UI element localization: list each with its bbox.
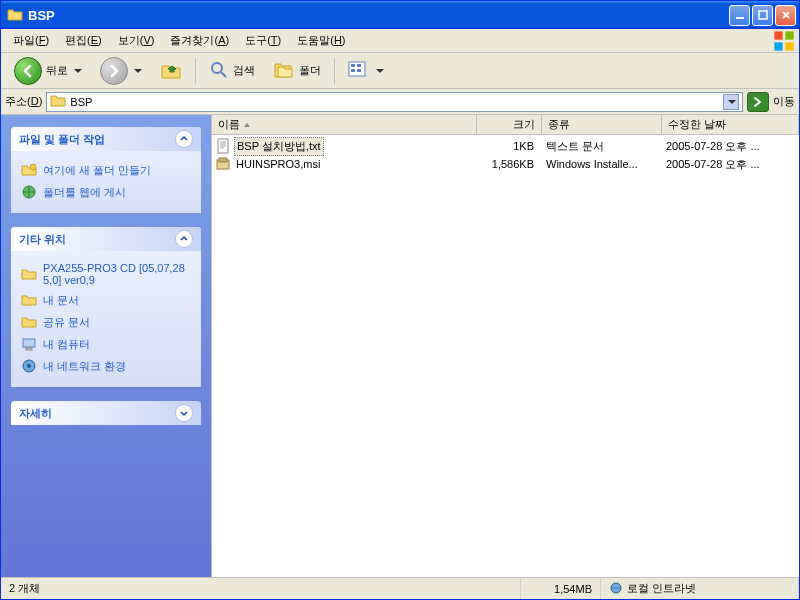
file-date: 2005-07-28 오후 ...: [660, 139, 760, 154]
place-link-mydocs[interactable]: 내 문서: [21, 289, 191, 311]
file-name: HUINSPRO3,msi: [234, 157, 322, 171]
search-label: 검색: [233, 63, 255, 78]
zone-icon: [609, 581, 623, 597]
place-link-parent[interactable]: PXA255-PRO3 CD [05,07,28 5,0] ver0,9: [21, 259, 191, 289]
svg-point-6: [212, 63, 222, 73]
collapse-icon[interactable]: [175, 130, 193, 148]
other-places-box: 기타 위치 PXA255-PRO3 CD [05,07,28 5,0] ver0…: [11, 227, 201, 387]
forward-icon: [100, 57, 128, 85]
msi-file-icon: [215, 156, 231, 172]
explorer-window: BSP 파일(F) 편집(E) 보기(V) 즐겨찾기(A) 도구(T) 도움말(…: [0, 0, 800, 600]
computer-icon: [21, 336, 37, 352]
toolbar: 뒤로 검색 폴더: [1, 53, 799, 89]
svg-rect-14: [23, 339, 35, 347]
svg-rect-2: [774, 31, 782, 39]
chevron-down-icon: [134, 69, 142, 73]
svg-rect-1: [759, 11, 767, 19]
address-bar: 주소(D) BSP 이동: [1, 89, 799, 115]
window-buttons: [729, 5, 796, 26]
views-button[interactable]: [341, 57, 391, 85]
address-field[interactable]: BSP: [46, 92, 743, 112]
col-name[interactable]: 이름: [212, 115, 477, 134]
up-icon: [160, 59, 182, 83]
svg-point-12: [30, 164, 36, 170]
up-button[interactable]: [153, 55, 189, 87]
menu-favorites[interactable]: 즐겨찾기(A): [162, 30, 237, 51]
separator: [334, 58, 335, 84]
new-folder-icon: [21, 162, 37, 178]
network-icon: [21, 358, 37, 374]
search-icon: [209, 60, 229, 82]
link-label: 폴더를 웹에 게시: [43, 185, 126, 200]
tasks-header[interactable]: 파일 및 폴더 작업: [11, 127, 201, 151]
menu-help[interactable]: 도움말(H): [289, 30, 353, 51]
forward-button[interactable]: [93, 53, 149, 89]
link-label: 공유 문서: [43, 315, 90, 330]
publish-web-link[interactable]: 폴더를 웹에 게시: [21, 181, 191, 203]
menu-edit[interactable]: 편집(E): [57, 30, 110, 51]
folder-icon: [21, 292, 37, 308]
col-date[interactable]: 수정한 날짜: [662, 115, 799, 134]
back-icon: [14, 57, 42, 85]
file-size: 1,586KB: [475, 158, 540, 170]
column-headers: 이름 크기 종류 수정한 날짜: [212, 115, 799, 135]
file-date: 2005-07-28 오후 ...: [660, 157, 760, 172]
col-type[interactable]: 종류: [542, 115, 662, 134]
file-folder-tasks-box: 파일 및 폴더 작업 여기에 새 폴더 만들기 폴더를 웹에 게시: [11, 127, 201, 213]
minimize-button[interactable]: [729, 5, 750, 26]
file-type: Windows Installe...: [540, 158, 660, 170]
sort-asc-icon: [243, 121, 251, 129]
menu-file[interactable]: 파일(F): [5, 30, 57, 51]
col-size[interactable]: 크기: [477, 115, 542, 134]
menu-bar: 파일(F) 편집(E) 보기(V) 즐겨찾기(A) 도구(T) 도움말(H): [1, 29, 799, 53]
details-header[interactable]: 자세히: [11, 401, 201, 425]
views-icon: [348, 61, 370, 81]
svg-rect-9: [357, 64, 361, 67]
address-dropdown[interactable]: [723, 94, 739, 110]
svg-rect-0: [736, 17, 744, 19]
file-type: 텍스트 문서: [540, 139, 660, 154]
back-button[interactable]: 뒤로: [7, 53, 89, 89]
new-folder-link[interactable]: 여기에 새 폴더 만들기: [21, 159, 191, 181]
file-list[interactable]: BSP 설치방법,txt 1KB 텍스트 문서 2005-07-28 오후 ..…: [212, 135, 799, 577]
svg-rect-20: [219, 158, 227, 162]
link-label: 여기에 새 폴더 만들기: [43, 163, 151, 178]
place-link-network[interactable]: 내 네트워크 환경: [21, 355, 191, 377]
svg-rect-5: [785, 42, 793, 50]
svg-rect-4: [774, 42, 782, 50]
file-size: 1KB: [475, 140, 540, 152]
place-link-shareddocs[interactable]: 공유 문서: [21, 311, 191, 333]
title-bar: BSP: [1, 1, 799, 29]
windows-flag-icon: [773, 30, 795, 52]
place-link-mycomputer[interactable]: 내 컴퓨터: [21, 333, 191, 355]
close-button[interactable]: [775, 5, 796, 26]
search-button[interactable]: 검색: [202, 56, 262, 86]
status-zone: 로컬 인트라넷: [601, 578, 799, 599]
address-path: BSP: [70, 96, 719, 108]
expand-icon[interactable]: [175, 404, 193, 422]
folders-label: 폴더: [299, 63, 321, 78]
status-size: 1,54MB: [521, 578, 601, 599]
maximize-button[interactable]: [752, 5, 773, 26]
folder-icon: [21, 314, 37, 330]
folders-button[interactable]: 폴더: [266, 55, 328, 87]
svg-point-17: [27, 364, 31, 368]
svg-rect-10: [351, 69, 355, 72]
menu-view[interactable]: 보기(V): [110, 30, 163, 51]
svg-rect-15: [26, 348, 32, 350]
chevron-down-icon: [728, 100, 736, 104]
link-label: 내 문서: [43, 293, 79, 308]
tasks-panel: 파일 및 폴더 작업 여기에 새 폴더 만들기 폴더를 웹에 게시: [1, 115, 211, 577]
folders-icon: [273, 59, 295, 83]
svg-rect-11: [357, 69, 361, 72]
go-button[interactable]: [747, 92, 769, 112]
separator: [195, 58, 196, 84]
menu-tools[interactable]: 도구(T): [237, 30, 289, 51]
collapse-icon[interactable]: [175, 230, 193, 248]
web-publish-icon: [21, 184, 37, 200]
body: 파일 및 폴더 작업 여기에 새 폴더 만들기 폴더를 웹에 게시: [1, 115, 799, 577]
file-row[interactable]: BSP 설치방법,txt 1KB 텍스트 문서 2005-07-28 오후 ..…: [212, 137, 799, 155]
svg-rect-3: [785, 31, 793, 39]
other-places-header[interactable]: 기타 위치: [11, 227, 201, 251]
file-row[interactable]: HUINSPRO3,msi 1,586KB Windows Installe..…: [212, 155, 799, 173]
